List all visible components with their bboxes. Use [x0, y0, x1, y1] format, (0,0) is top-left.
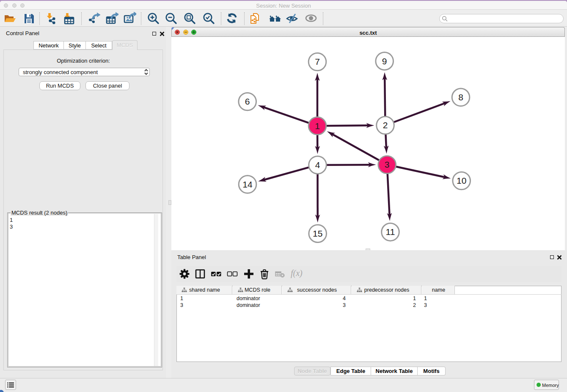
svg-text:7: 7: [315, 57, 320, 66]
svg-text:6: 6: [245, 97, 250, 106]
svg-text:9: 9: [382, 56, 387, 66]
svg-text:14: 14: [242, 179, 253, 189]
svg-text:8: 8: [458, 92, 463, 102]
svg-text:10: 10: [457, 176, 466, 185]
svg-text:1: 1: [315, 121, 320, 131]
svg-text:15: 15: [313, 229, 322, 238]
svg-text:4: 4: [315, 160, 320, 170]
svg-text:2: 2: [383, 120, 388, 130]
svg-text:3: 3: [385, 160, 390, 169]
svg-text:11: 11: [386, 227, 395, 237]
